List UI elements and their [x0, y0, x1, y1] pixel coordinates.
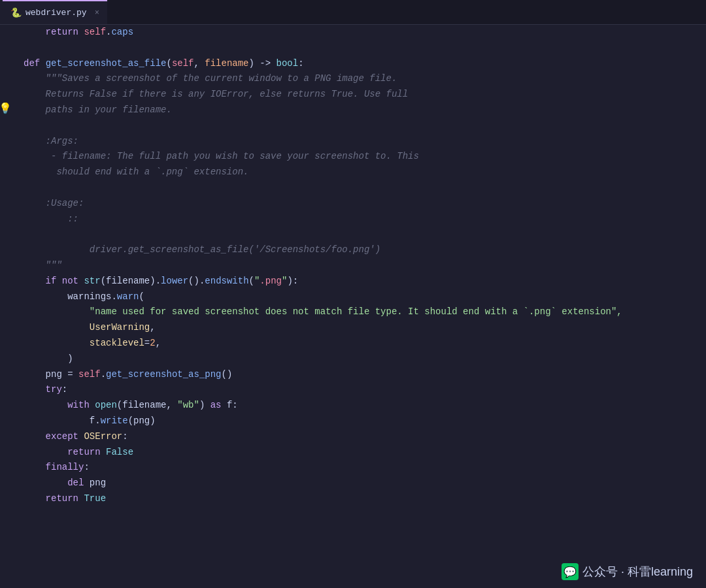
- code-line-def: def get_screenshot_as_file(self, filenam…: [0, 56, 706, 72]
- code-line: [0, 180, 706, 196]
- code-line: del png: [0, 476, 706, 491]
- code-line: ): [0, 351, 706, 367]
- code-line: except OSError:: [0, 429, 706, 445]
- code-line: paths in your filename.: [0, 103, 706, 118]
- code-line-with: with open(filename, "wb") as f:: [0, 398, 706, 414]
- tab-webdriver[interactable]: 🐍 webdriver.py ×: [3, 0, 107, 24]
- code-line: return self.caps: [0, 25, 706, 41]
- wechat-icon: 💬: [562, 563, 579, 580]
- code-line: UserWarning,: [0, 320, 706, 336]
- lightbulb-icon: 💡: [0, 102, 12, 115]
- code-line: finally:: [0, 460, 706, 476]
- python-icon: 🐍: [10, 7, 22, 18]
- code-line: [0, 227, 706, 242]
- code-line: stacklevel=2,: [0, 336, 706, 351]
- code-line: return False: [0, 445, 706, 461]
- code-line: ::: [0, 212, 706, 227]
- tab-label: webdriver.py: [25, 8, 87, 18]
- watermark-text: 公众号 · 科雷learning: [582, 564, 693, 580]
- code-line: :Args:: [0, 134, 706, 150]
- code-line: Returns False if there is any IOError, e…: [0, 87, 706, 103]
- code-line: """Saves a screenshot of the current win…: [0, 71, 706, 87]
- code-line: try:: [0, 382, 706, 398]
- code-line: should end with a `.png` extension.: [0, 165, 706, 180]
- code-line: warnings.warn(: [0, 289, 706, 305]
- code-line: png = self.get_screenshot_as_png(): [0, 367, 706, 383]
- tab-bar: 🐍 webdriver.py ×: [0, 0, 706, 25]
- code-line: "name used for saved screenshot does not…: [0, 304, 706, 320]
- code-line: f.write(png): [0, 414, 706, 429]
- watermark: 💬 公众号 · 科雷learning: [562, 563, 693, 580]
- code-editor: 💡 return self.caps def get_screenshot_as…: [0, 25, 706, 588]
- code-line: driver.get_screenshot_as_file('/Screensh…: [0, 242, 706, 258]
- code-line: return True: [0, 491, 706, 507]
- code-line: [0, 41, 706, 56]
- code-line: if not str(filename).lower().endswith(".…: [0, 274, 706, 289]
- code-line: :Usage:: [0, 196, 706, 212]
- close-icon[interactable]: ×: [95, 8, 99, 18]
- code-line: - filename: The full path you wish to sa…: [0, 149, 706, 165]
- code-line: """: [0, 258, 706, 274]
- code-line: [0, 118, 706, 134]
